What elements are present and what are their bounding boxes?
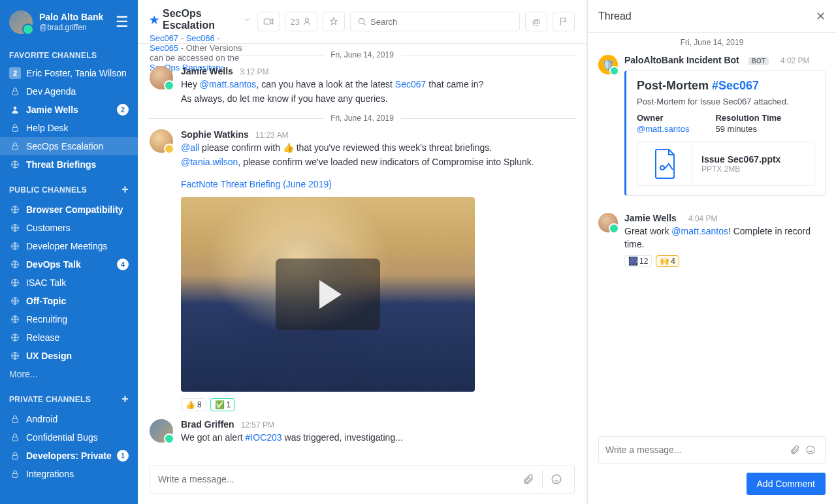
video-attachment[interactable] <box>181 197 475 392</box>
sidebar-item-help-desk[interactable]: Help Desk <box>0 119 138 137</box>
search-icon <box>357 17 366 26</box>
item-label: DevOps Talk <box>26 259 117 270</box>
author-name[interactable]: PaloAltoBank Incident Bot <box>624 55 739 65</box>
sidebar-item-developers-private[interactable]: Developers: Private1 <box>0 447 138 465</box>
video-call-button[interactable] <box>257 12 280 31</box>
sidebar-item-off-topic[interactable]: Off-Topic <box>0 292 138 310</box>
mention[interactable]: @matt.santos <box>671 226 728 236</box>
inline-link[interactable]: Sec067 <box>395 79 426 89</box>
author-name[interactable]: Jamie Wells <box>181 66 233 76</box>
flag-button[interactable] <box>553 12 575 31</box>
lock-icon <box>9 451 21 460</box>
composer-input[interactable] <box>158 474 519 484</box>
timestamp: 11:23 AM <box>255 131 289 140</box>
inline-link[interactable]: #IOC203 <box>246 432 282 443</box>
message-text: @tania.wilson, please confirm we've load… <box>181 155 575 168</box>
author-name[interactable]: Jamie Wells <box>624 213 677 223</box>
globe-icon <box>9 223 21 232</box>
pin-button[interactable] <box>323 12 345 31</box>
svg-point-19 <box>306 18 309 22</box>
unread-badge: 2 <box>9 67 21 79</box>
timestamp: 4:04 PM <box>688 214 718 223</box>
sidebar-item-confidential-bugs[interactable]: Confidential Bugs <box>0 428 138 447</box>
play-icon <box>276 259 380 330</box>
message-text: @all please confirm with 👍 that you've r… <box>181 141 575 154</box>
attach-icon[interactable] <box>519 473 538 485</box>
message-list: Fri, June 14, 2019 Jamie Wells3:12 PM He… <box>138 44 587 458</box>
search-box[interactable] <box>350 12 520 31</box>
lock-icon <box>9 87 21 96</box>
search-input[interactable] <box>370 17 513 27</box>
svg-rect-0 <box>12 91 18 95</box>
mention[interactable]: @matt.santos <box>200 79 257 89</box>
sidebar-item-ux-design[interactable]: UX Design <box>0 347 138 365</box>
sidebar-item-developer-meetings[interactable]: Developer Meetings <box>0 237 138 255</box>
sidebar-item-android[interactable]: Android <box>0 410 138 428</box>
card-title-link[interactable]: #Sec067 <box>712 79 759 92</box>
attachment-link[interactable]: FactNote Threat Briefing (June 2019) <box>181 179 332 189</box>
sidebar-item-threat-briefings[interactable]: Threat Briefings <box>0 155 138 174</box>
workspace-info[interactable]: Palo Alto Bank @brad.griffen <box>39 12 116 32</box>
star-icon[interactable]: ★ <box>150 14 159 26</box>
thread-composer[interactable] <box>598 436 826 464</box>
add-comment-button[interactable]: Add Comment <box>747 473 826 495</box>
add-channel-icon[interactable]: + <box>121 183 129 197</box>
avatar[interactable] <box>150 66 173 89</box>
reaction-fireworks[interactable]: 🎆12 <box>624 255 652 267</box>
mention[interactable]: @all <box>181 142 199 153</box>
message-composer[interactable] <box>150 465 575 494</box>
sidebar-item-secops-escalation[interactable]: SecOps Escalation <box>0 137 138 155</box>
user-avatar[interactable] <box>9 10 33 34</box>
sidebar-item-devops-talk[interactable]: DevOps Talk4 <box>0 255 138 274</box>
attach-icon[interactable] <box>787 445 803 455</box>
item-label: Integrations <box>26 469 129 479</box>
sidebar-item-jamie-wells[interactable]: Jamie Wells 2 <box>0 101 138 119</box>
file-attachment[interactable]: Issue Sec067.pptx PPTX 2MB <box>637 142 814 186</box>
reaction-raised-hands[interactable]: 🙌4 <box>656 255 679 267</box>
unread-badge: 1 <box>117 450 129 462</box>
emoji-icon[interactable] <box>803 445 818 455</box>
reaction-thumbs-up[interactable]: 👍8 <box>181 398 206 411</box>
file-name: Issue Sec067.pptx <box>701 154 780 165</box>
channel-name: SecOps Escalation <box>163 8 239 31</box>
item-label: Confidential Bugs <box>26 432 129 443</box>
author-name[interactable]: Brad Griffen <box>181 419 234 430</box>
svg-point-23 <box>807 446 814 454</box>
add-channel-icon[interactable]: + <box>121 392 129 406</box>
message: Sophie Watkins11:23 AM @all please confi… <box>138 127 587 417</box>
reaction-check[interactable]: ✅1 <box>210 398 236 411</box>
message-text: Hey @matt.santos, can you have a look at… <box>181 78 575 91</box>
bot-avatar[interactable]: 🛡️ <box>598 55 618 74</box>
subtitle-link[interactable]: Sec067 <box>150 33 178 43</box>
emoji-icon[interactable] <box>547 473 566 485</box>
hamburger-menu-icon[interactable]: ☰ <box>116 14 129 31</box>
sidebar-item-customers[interactable]: Customers <box>0 219 138 237</box>
author-name[interactable]: Sophie Watkins <box>181 129 249 140</box>
sidebar-item-recruiting[interactable]: Recruiting <box>0 310 138 328</box>
sidebar-item-isac-talk[interactable]: ISAC Talk <box>0 274 138 292</box>
item-label: Eric Foster, Tania Wilson <box>26 68 129 78</box>
item-label: ISAC Talk <box>26 277 129 288</box>
sidebar-item-dm-eric-tania[interactable]: 2 Eric Foster, Tania Wilson <box>0 64 138 82</box>
members-button[interactable]: 23 <box>285 12 317 31</box>
channel-title-row[interactable]: ★ SecOps Escalation <box>150 8 251 31</box>
owner-value[interactable]: @matt.santos <box>637 124 689 134</box>
avatar[interactable] <box>150 419 173 443</box>
thread-composer-input[interactable] <box>605 445 787 455</box>
mention[interactable]: @tania.wilson <box>181 157 238 167</box>
more-label: More... <box>9 369 129 379</box>
close-icon[interactable]: ✕ <box>816 9 826 24</box>
avatar[interactable] <box>150 129 173 153</box>
sidebar-item-integrations[interactable]: Integrations <box>0 465 138 483</box>
card-title: Post-Mortem #Sec067 <box>637 79 814 93</box>
subtitle-link[interactable]: Sec066 <box>186 33 215 43</box>
chevron-down-icon[interactable] <box>243 16 251 24</box>
sidebar-item-release[interactable]: Release <box>0 328 138 347</box>
thread-message: Jamie Wells4:04 PM Great work @matt.sant… <box>588 209 836 271</box>
sidebar-item-dev-agenda[interactable]: Dev Agenda <box>0 82 138 101</box>
sidebar-item-browser-compatibility[interactable]: Browser Compatibility <box>0 200 138 219</box>
lock-icon <box>9 142 21 151</box>
sidebar-more-link[interactable]: More... <box>0 365 138 383</box>
avatar[interactable] <box>598 213 618 232</box>
mentions-button[interactable]: @ <box>525 12 547 31</box>
